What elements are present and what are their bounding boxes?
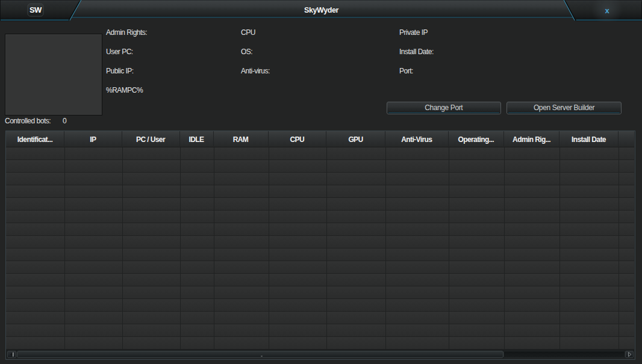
svg-text:SW: SW [30,5,42,14]
svg-text:x: x [605,6,609,15]
svg-text:SkyWyder: SkyWyder [304,6,339,14]
